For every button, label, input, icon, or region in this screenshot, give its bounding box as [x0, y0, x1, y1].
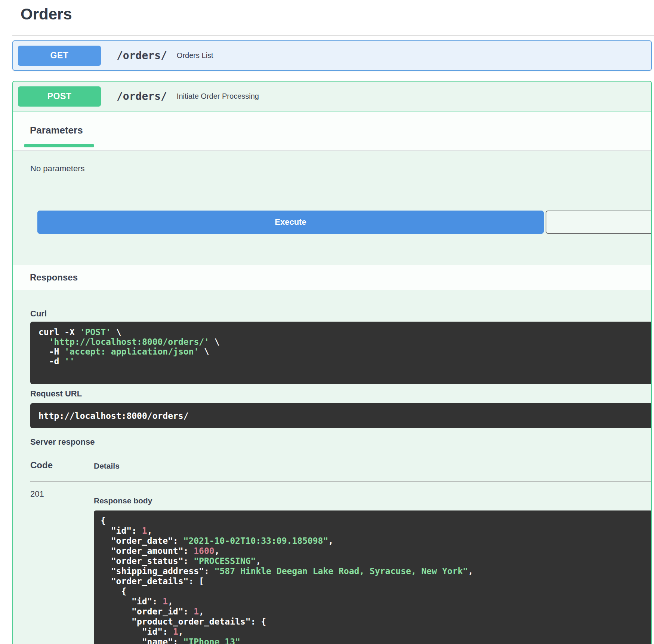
- request-url-label: Request URL: [30, 389, 82, 399]
- parameters-section-header: Parameters: [13, 111, 651, 151]
- post-endpoint-path: /orders/: [117, 90, 167, 102]
- post-endpoint-summary: Initiate Order Processing: [177, 92, 259, 101]
- get-endpoint-path: /orders/: [117, 49, 167, 62]
- no-parameters-text: No parameters: [30, 164, 85, 174]
- execute-button[interactable]: Execute: [37, 211, 544, 234]
- section-divider: [12, 36, 654, 36]
- response-body-json: { "id": 1, "order_date": "2021-10-02T10:…: [94, 510, 652, 644]
- swagger-orders-page: Orders GET /orders/ Orders List POST /or…: [0, 0, 654, 644]
- response-table-divider: [30, 481, 652, 482]
- response-body-label: Response body: [94, 496, 152, 505]
- get-method-badge: GET: [18, 46, 101, 66]
- active-tab-indicator: [24, 144, 94, 147]
- responses-section-header: Responses: [13, 265, 651, 290]
- endpoint-post-orders: POST /orders/ Initiate Order Processing …: [12, 81, 652, 644]
- post-method-badge: POST: [18, 86, 101, 107]
- post-endpoint-header[interactable]: POST /orders/ Initiate Order Processing: [13, 82, 651, 111]
- details-column-header: Details: [94, 461, 120, 470]
- clear-button[interactable]: [546, 211, 652, 234]
- code-column-header: Code: [30, 460, 53, 470]
- response-status-code: 201: [30, 489, 44, 499]
- endpoint-get-orders[interactable]: GET /orders/ Orders List: [12, 40, 652, 71]
- server-response-label: Server response: [30, 437, 95, 447]
- page-title: Orders: [21, 5, 72, 23]
- curl-command[interactable]: curl -X 'POST' \ 'http://localhost:8000/…: [30, 322, 652, 384]
- responses-title: Responses: [30, 272, 78, 283]
- curl-label: Curl: [30, 309, 47, 319]
- request-url-text: http://localhost:8000/orders/: [38, 411, 189, 421]
- tab-parameters[interactable]: Parameters: [30, 125, 83, 136]
- get-endpoint-summary: Orders List: [177, 51, 213, 60]
- request-url-value: http://localhost:8000/orders/: [30, 403, 652, 428]
